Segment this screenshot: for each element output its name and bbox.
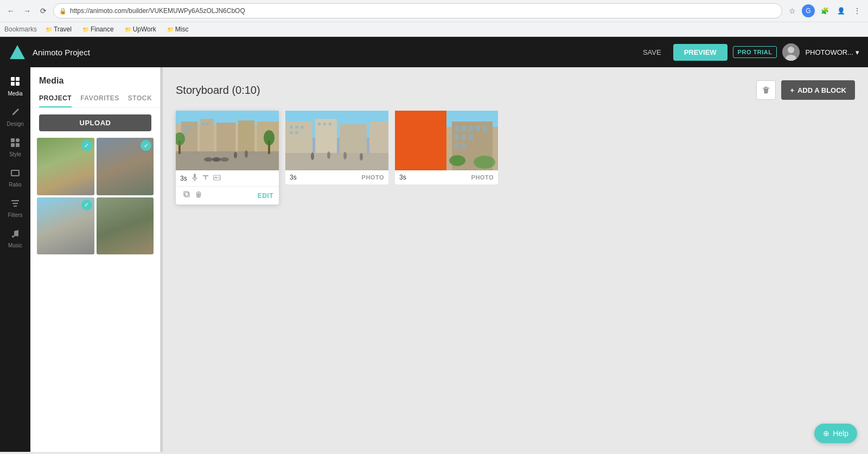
folder-icon: 📁: [82, 27, 89, 33]
header-actions: SAVE PREVIEW PRO TRIAL PHOTOWOR... ▾: [636, 43, 859, 61]
bookmark-travel[interactable]: 📁 Travel: [43, 24, 74, 34]
block-duration: 3s: [399, 174, 406, 181]
sidebar-filters-label: Filters: [8, 212, 22, 218]
building-scene: [446, 111, 498, 170]
svg-rect-59: [329, 123, 331, 125]
folder-icon: 📁: [46, 27, 52, 33]
svg-rect-28: [202, 123, 205, 125]
svg-point-31: [204, 157, 213, 162]
add-block-button[interactable]: + ADD A BLOCK: [781, 80, 855, 100]
media-thumbnail[interactable]: [97, 197, 154, 255]
bookmark-star[interactable]: ☆: [786, 4, 799, 17]
storyboard-block-1: 3s: [176, 111, 279, 204]
check-badge: ✓: [81, 200, 92, 210]
browser-toolbar: ← → ⟳ 🔒 https://animoto.com/builder/VUKE…: [0, 0, 868, 22]
svg-rect-58: [323, 123, 326, 125]
ratio-icon: [10, 168, 20, 180]
check-badge: ✓: [81, 140, 92, 151]
tab-stock[interactable]: STOCK: [128, 90, 152, 107]
svg-rect-3: [11, 77, 15, 81]
app-header: Animoto Project SAVE PREVIEW PRO TRIAL P…: [0, 37, 868, 67]
sidebar-design-label: Design: [7, 121, 23, 127]
extension-icon[interactable]: 🧩: [818, 4, 831, 17]
sidebar-item-ratio[interactable]: Ratio: [0, 164, 30, 192]
more-menu[interactable]: ⋮: [851, 4, 864, 17]
svg-rect-74: [462, 135, 466, 140]
storyboard-title: Storyboard (0:10): [176, 84, 260, 97]
bookmark-upwork[interactable]: 📁 UpWork: [123, 24, 158, 34]
bookmarks-label: Bookmarks: [4, 25, 37, 33]
media-panel-title: Media: [30, 67, 160, 90]
svg-rect-50: [340, 124, 367, 157]
svg-rect-6: [16, 82, 20, 86]
bookmark-upwork-label: UpWork: [133, 25, 156, 33]
chevron-down-icon: ▾: [856, 48, 859, 56]
duplicate-button[interactable]: [181, 190, 193, 201]
svg-rect-45: [184, 191, 188, 196]
style-icon: [10, 138, 20, 149]
block-type-label: PHOTO: [362, 174, 384, 181]
plus-icon: +: [790, 86, 794, 94]
sidebar-music-label: Music: [8, 242, 22, 248]
preview-button[interactable]: PREVIEW: [673, 44, 727, 61]
block-image-1: [176, 111, 279, 170]
address-bar[interactable]: 🔒 https://animoto.com/builder/VUKEMUWPy6…: [53, 3, 782, 18]
sidebar-item-music[interactable]: Music: [0, 225, 30, 253]
svg-point-63: [343, 152, 347, 159]
svg-rect-68: [455, 126, 459, 131]
bookmark-misc[interactable]: 📁 Misc: [165, 24, 191, 34]
user-menu[interactable]: 👤: [834, 4, 847, 17]
block-image-2: [285, 111, 388, 170]
media-icon: [10, 76, 21, 88]
app-container: Animoto Project SAVE PREVIEW PRO TRIAL P…: [0, 37, 868, 452]
sidebar-ratio-label: Ratio: [9, 182, 21, 188]
svg-rect-53: [295, 126, 298, 129]
storyboard-block-2: 3s PHOTO: [285, 111, 388, 184]
media-thumbnail[interactable]: ✓: [37, 197, 94, 255]
svg-rect-4: [16, 77, 20, 81]
profile-icon[interactable]: G: [802, 4, 815, 17]
sidebar-media-label: Media: [8, 91, 22, 97]
help-button[interactable]: ⊕ Help: [814, 424, 857, 443]
svg-point-78: [449, 155, 465, 166]
svg-point-79: [474, 156, 495, 169]
forward-button[interactable]: →: [21, 4, 34, 17]
avatar[interactable]: [782, 43, 800, 61]
text-icon: [202, 174, 209, 182]
upload-button[interactable]: UPLOAD: [39, 114, 151, 131]
svg-rect-76: [455, 143, 459, 149]
svg-rect-75: [469, 135, 473, 140]
sidebar-item-filters[interactable]: Filters: [0, 194, 30, 222]
app-title: Animoto Project: [33, 48, 630, 57]
delete-button[interactable]: [756, 80, 776, 100]
check-badge: ✓: [141, 140, 151, 151]
canvas-header: Storyboard (0:10) + ADD A BLOCK: [176, 80, 855, 100]
svg-rect-70: [469, 126, 473, 131]
save-button[interactable]: SAVE: [636, 45, 668, 60]
svg-rect-52: [290, 126, 293, 129]
svg-rect-56: [295, 131, 298, 134]
media-thumbnail[interactable]: ✓: [97, 138, 154, 195]
url-text: https://animoto.com/builder/VUKEMUWPy6A5…: [70, 7, 245, 15]
tab-project[interactable]: PROJECT: [39, 90, 72, 107]
tab-favorites[interactable]: FAVORITES: [80, 90, 119, 107]
sidebar-item-media[interactable]: Media: [0, 72, 30, 101]
blocks-row: 3s: [176, 111, 855, 204]
svg-point-34: [234, 152, 237, 158]
sidebar-item-design[interactable]: Design: [0, 103, 30, 131]
photo-icon: [213, 174, 221, 182]
music-icon: [10, 229, 20, 240]
icon-sidebar: Media Design: [0, 67, 30, 452]
svg-rect-48: [285, 122, 312, 157]
delete-block-button[interactable]: [193, 190, 204, 201]
bookmark-finance[interactable]: 📁 Finance: [80, 24, 116, 34]
pro-trial-badge[interactable]: PRO TRIAL: [733, 46, 777, 58]
media-thumbnail[interactable]: ✓: [37, 138, 94, 195]
reload-button[interactable]: ⟳: [37, 4, 50, 17]
edit-link[interactable]: EDIT: [258, 192, 273, 200]
media-tabs: PROJECT FAVORITES STOCK: [30, 90, 160, 108]
back-button[interactable]: ←: [4, 4, 17, 17]
user-name[interactable]: PHOTOWOR... ▾: [805, 48, 859, 56]
svg-rect-40: [194, 174, 196, 178]
sidebar-item-style[interactable]: Style: [0, 133, 30, 162]
